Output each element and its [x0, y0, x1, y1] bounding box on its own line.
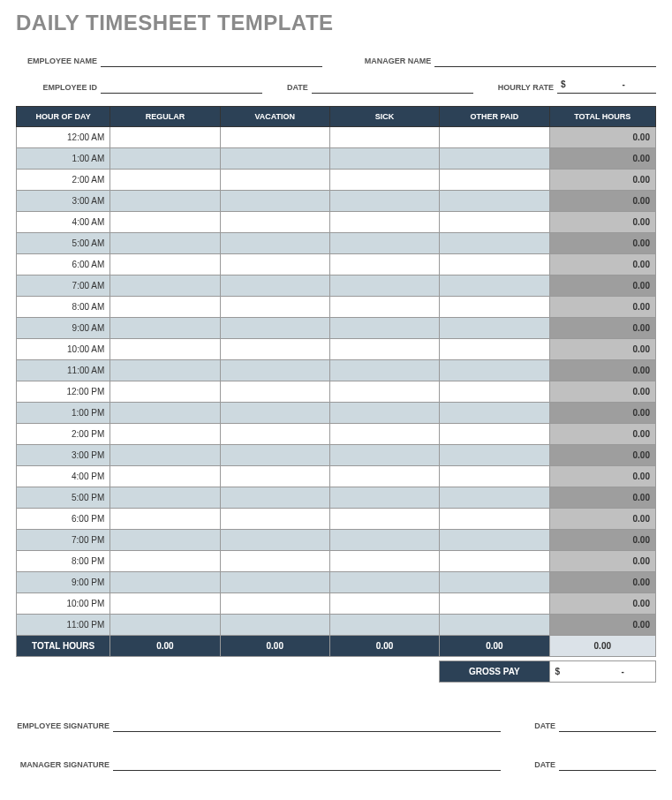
data-cell[interactable] [440, 212, 549, 233]
manager-signature-field[interactable] [113, 757, 501, 771]
data-cell[interactable] [329, 466, 439, 487]
data-cell[interactable] [220, 318, 329, 339]
data-cell[interactable] [220, 424, 329, 445]
data-cell[interactable] [329, 509, 439, 530]
data-cell[interactable] [329, 212, 439, 233]
data-cell[interactable] [440, 254, 549, 275]
data-cell[interactable] [440, 445, 549, 466]
data-cell[interactable] [440, 233, 549, 254]
data-cell[interactable] [440, 466, 549, 487]
data-cell[interactable] [220, 339, 329, 360]
data-cell[interactable] [220, 487, 329, 509]
data-cell[interactable] [220, 233, 329, 254]
data-cell[interactable] [440, 127, 549, 148]
data-cell[interactable] [329, 275, 439, 297]
data-cell[interactable] [220, 551, 329, 572]
data-cell[interactable] [440, 509, 549, 530]
data-cell[interactable] [110, 381, 220, 403]
data-cell[interactable] [110, 615, 220, 636]
data-cell[interactable] [329, 360, 439, 381]
data-cell[interactable] [440, 318, 549, 339]
data-cell[interactable] [329, 170, 439, 191]
data-cell[interactable] [110, 593, 220, 615]
data-cell[interactable] [110, 403, 220, 424]
data-cell[interactable] [220, 509, 329, 530]
data-cell[interactable] [110, 254, 220, 275]
data-cell[interactable] [440, 191, 549, 212]
data-cell[interactable] [220, 615, 329, 636]
data-cell[interactable] [329, 615, 439, 636]
data-cell[interactable] [440, 381, 549, 403]
data-cell[interactable] [220, 254, 329, 275]
data-cell[interactable] [329, 339, 439, 360]
data-cell[interactable] [329, 297, 439, 318]
data-cell[interactable] [220, 530, 329, 551]
data-cell[interactable] [220, 445, 329, 466]
data-cell[interactable] [110, 445, 220, 466]
data-cell[interactable] [110, 360, 220, 381]
data-cell[interactable] [440, 275, 549, 297]
data-cell[interactable] [329, 191, 439, 212]
date-field[interactable] [312, 79, 473, 94]
data-cell[interactable] [220, 360, 329, 381]
data-cell[interactable] [110, 339, 220, 360]
data-cell[interactable] [110, 509, 220, 530]
employee-signature-field[interactable] [113, 718, 501, 732]
data-cell[interactable] [110, 148, 220, 170]
data-cell[interactable] [110, 487, 220, 509]
data-cell[interactable] [220, 466, 329, 487]
data-cell[interactable] [440, 339, 549, 360]
data-cell[interactable] [329, 424, 439, 445]
data-cell[interactable] [440, 572, 549, 593]
data-cell[interactable] [110, 275, 220, 297]
data-cell[interactable] [110, 212, 220, 233]
data-cell[interactable] [220, 381, 329, 403]
data-cell[interactable] [110, 551, 220, 572]
data-cell[interactable] [329, 593, 439, 615]
data-cell[interactable] [440, 487, 549, 509]
data-cell[interactable] [440, 297, 549, 318]
data-cell[interactable] [329, 551, 439, 572]
data-cell[interactable] [329, 233, 439, 254]
data-cell[interactable] [220, 170, 329, 191]
data-cell[interactable] [110, 572, 220, 593]
data-cell[interactable] [220, 191, 329, 212]
data-cell[interactable] [329, 487, 439, 509]
data-cell[interactable] [440, 148, 549, 170]
data-cell[interactable] [329, 381, 439, 403]
data-cell[interactable] [440, 424, 549, 445]
data-cell[interactable] [220, 593, 329, 615]
hourly-rate-field[interactable]: $ - [557, 79, 656, 94]
data-cell[interactable] [329, 403, 439, 424]
manager-name-field[interactable] [434, 53, 656, 67]
data-cell[interactable] [220, 297, 329, 318]
data-cell[interactable] [440, 170, 549, 191]
data-cell[interactable] [329, 318, 439, 339]
data-cell[interactable] [220, 572, 329, 593]
employee-sig-date-field[interactable] [559, 718, 656, 732]
data-cell[interactable] [329, 572, 439, 593]
data-cell[interactable] [329, 148, 439, 170]
data-cell[interactable] [329, 254, 439, 275]
data-cell[interactable] [110, 318, 220, 339]
data-cell[interactable] [440, 593, 549, 615]
data-cell[interactable] [220, 403, 329, 424]
data-cell[interactable] [110, 233, 220, 254]
data-cell[interactable] [440, 530, 549, 551]
data-cell[interactable] [110, 530, 220, 551]
data-cell[interactable] [220, 275, 329, 297]
data-cell[interactable] [110, 127, 220, 148]
employee-id-field[interactable] [101, 79, 262, 94]
employee-name-field[interactable] [101, 53, 322, 67]
data-cell[interactable] [220, 127, 329, 148]
data-cell[interactable] [220, 212, 329, 233]
data-cell[interactable] [329, 445, 439, 466]
manager-sig-date-field[interactable] [559, 757, 656, 771]
data-cell[interactable] [110, 466, 220, 487]
data-cell[interactable] [440, 403, 549, 424]
data-cell[interactable] [440, 615, 549, 636]
data-cell[interactable] [329, 127, 439, 148]
data-cell[interactable] [440, 360, 549, 381]
data-cell[interactable] [110, 170, 220, 191]
data-cell[interactable] [110, 191, 220, 212]
